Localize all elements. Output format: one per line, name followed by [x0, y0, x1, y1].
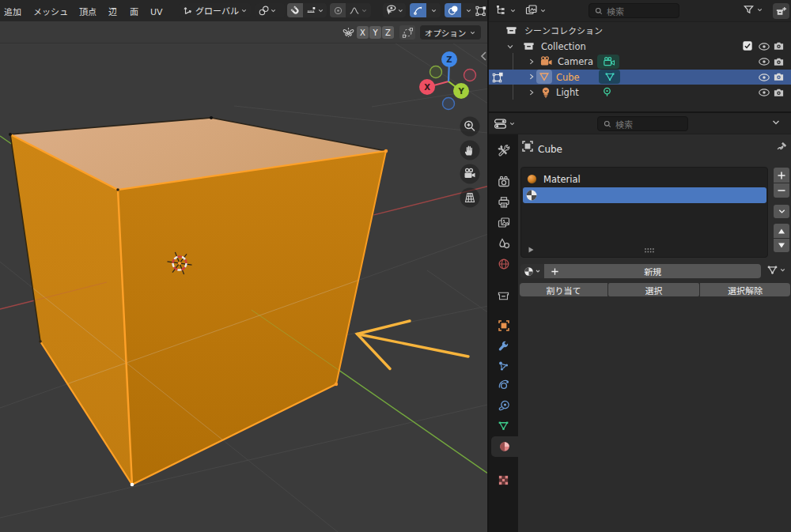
- hide-eye-icon[interactable]: [758, 41, 770, 52]
- pivot-point-dropdown[interactable]: [255, 3, 285, 17]
- collection-checkbox[interactable]: [742, 40, 753, 51]
- move-slot-up-button[interactable]: [774, 224, 789, 238]
- tab-render[interactable]: [489, 172, 518, 192]
- show-overlays-toggle[interactable]: [445, 3, 461, 17]
- tab-tool[interactable]: [489, 140, 518, 160]
- browse-material-dropdown[interactable]: [520, 264, 544, 278]
- deselect-button[interactable]: 選択解除: [700, 283, 790, 296]
- outliner-row-light[interactable]: Light: [489, 85, 791, 100]
- disable-render-camera-icon[interactable]: [773, 56, 785, 67]
- outliner-row-cube[interactable]: Cube: [489, 70, 791, 85]
- outliner-row-collection[interactable]: Collection: [489, 39, 791, 54]
- overlays-settings-dropdown[interactable]: [461, 3, 475, 17]
- tab-output[interactable]: [489, 192, 518, 213]
- visibility-dropdown[interactable]: [383, 3, 406, 17]
- add-material-slot-button[interactable]: [774, 168, 789, 183]
- hide-eye-icon[interactable]: [758, 87, 770, 98]
- menu-face[interactable]: 面: [130, 5, 138, 17]
- snap-settings-dropdown[interactable]: [303, 3, 327, 17]
- disclosure-down-icon[interactable]: [506, 43, 514, 51]
- gizmo-axis-y-neg[interactable]: [430, 66, 442, 78]
- tab-data[interactable]: [489, 415, 518, 436]
- outliner-search-input[interactable]: [607, 5, 670, 17]
- move-view-button[interactable]: [460, 141, 480, 160]
- menu-mesh[interactable]: メッシュ: [33, 5, 68, 17]
- outliner-search[interactable]: [589, 3, 679, 18]
- list-resize-grip[interactable]: [644, 247, 655, 254]
- grid-ortho-button[interactable]: [460, 188, 480, 208]
- mirror-z-button[interactable]: Z: [382, 26, 394, 39]
- gizmo-axis-x-neg[interactable]: [464, 70, 476, 81]
- disable-render-camera-icon[interactable]: [773, 71, 785, 82]
- tab-modifiers[interactable]: [489, 336, 518, 357]
- mirror-y-button[interactable]: Y: [369, 26, 381, 39]
- hide-eye-icon[interactable]: [758, 72, 770, 83]
- disclosure-right-icon[interactable]: [528, 58, 536, 66]
- new-material-button[interactable]: 新規: [544, 264, 761, 278]
- tab-material[interactable]: [491, 436, 518, 457]
- viewport-3d[interactable]: X Y Z: [0, 0, 487, 532]
- menu-vertex[interactable]: 頂点: [79, 5, 97, 17]
- options-dropdown[interactable]: オプション: [420, 25, 481, 40]
- display-mode-dropdown[interactable]: [525, 4, 547, 17]
- proportional-edit-toggle[interactable]: [330, 3, 346, 17]
- viewport-scene[interactable]: X Y Z: [0, 0, 487, 532]
- outliner-row-scene-collection[interactable]: シーンコレクション: [489, 23, 791, 38]
- move-slot-down-button[interactable]: [774, 239, 789, 252]
- xray-toggle[interactable]: [475, 3, 487, 17]
- menu-add[interactable]: 追加: [4, 5, 21, 17]
- mirror-x-button[interactable]: X: [357, 26, 369, 39]
- material-specials-dropdown[interactable]: [774, 205, 789, 218]
- gizmo-settings-dropdown[interactable]: [426, 3, 441, 17]
- editor-type-dropdown[interactable]: [495, 4, 517, 17]
- tab-view-layer[interactable]: [489, 213, 518, 233]
- breadcrumb-object-name[interactable]: Cube: [538, 141, 562, 155]
- disable-render-camera-icon[interactable]: [773, 40, 785, 51]
- menu-uv[interactable]: UV: [150, 5, 163, 17]
- editor-type-dropdown[interactable]: [494, 117, 516, 130]
- tab-scene[interactable]: [489, 233, 518, 254]
- material-slot-row-selected[interactable]: [523, 187, 766, 203]
- properties-search[interactable]: [597, 116, 688, 131]
- pin-icon[interactable]: [776, 141, 788, 153]
- filter-dropdown[interactable]: [743, 4, 763, 16]
- snap-toggle[interactable]: [287, 3, 303, 17]
- camera-view-button[interactable]: [460, 164, 480, 184]
- disclosure-right-icon[interactable]: [528, 89, 536, 96]
- tab-physics[interactable]: [489, 375, 518, 396]
- tab-collection[interactable]: [489, 285, 518, 306]
- new-collection-button[interactable]: [773, 3, 789, 19]
- transform-orientation-dropdown[interactable]: グローバル: [180, 3, 251, 17]
- camera-data-badge[interactable]: [597, 55, 619, 69]
- outliner-row-camera[interactable]: Camera: [489, 54, 791, 69]
- camera-object-label[interactable]: Camera: [558, 55, 593, 67]
- mesh-data-badge[interactable]: [599, 70, 620, 84]
- light-object-label[interactable]: Light: [556, 86, 579, 98]
- snap-base-button[interactable]: [399, 25, 415, 40]
- select-button[interactable]: 選択: [608, 283, 699, 296]
- scene-collection-label[interactable]: シーンコレクション: [524, 25, 603, 36]
- material-nodes-dropdown[interactable]: [766, 264, 786, 276]
- material-slot-row[interactable]: Material: [523, 171, 766, 187]
- tab-particles[interactable]: [489, 356, 518, 376]
- menu-edge[interactable]: 辺: [108, 5, 117, 17]
- proportional-falloff-dropdown[interactable]: [346, 3, 371, 17]
- light-data-icon[interactable]: [601, 86, 613, 98]
- tab-world[interactable]: [489, 254, 518, 274]
- tab-object[interactable]: [489, 315, 518, 336]
- cube-object-label[interactable]: Cube: [556, 71, 580, 83]
- list-expand-icon[interactable]: [528, 246, 535, 254]
- collection-label[interactable]: Collection: [541, 40, 586, 52]
- hide-eye-icon[interactable]: [758, 56, 770, 67]
- remove-material-slot-button[interactable]: [774, 183, 789, 198]
- disclosure-right-icon[interactable]: [528, 73, 536, 81]
- tab-constraints[interactable]: [489, 395, 518, 416]
- active-vertex[interactable]: [131, 483, 134, 487]
- tab-texture[interactable]: [489, 470, 518, 490]
- header-collapse-dropdown[interactable]: [771, 118, 781, 127]
- properties-search-input[interactable]: [615, 118, 679, 130]
- disable-render-camera-icon[interactable]: [773, 87, 785, 98]
- zoom-button[interactable]: [460, 117, 480, 137]
- show-gizmo-toggle[interactable]: [410, 3, 426, 17]
- assign-button[interactable]: 割り当て: [520, 283, 607, 296]
